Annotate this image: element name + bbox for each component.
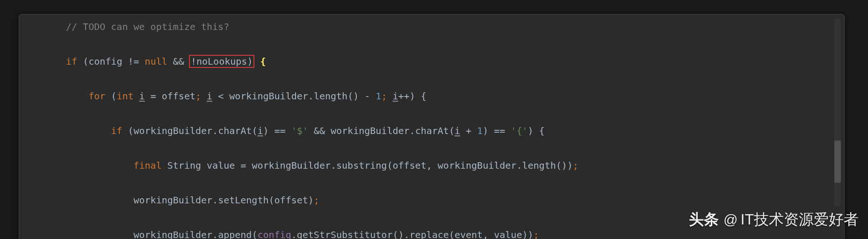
method-charAt: charAt [218,125,252,136]
scrollbar-track[interactable] [834,19,841,206]
watermark-at: @ [723,207,738,233]
watermark-author: IT技术资源爱好者 [741,206,859,233]
var-value: value [207,160,235,171]
type-String: String [167,160,201,171]
var-offset: offset [162,90,195,102]
keyword-int: int [116,90,133,102]
string-dollar: '$' [291,125,308,136]
keyword-null: null [145,56,167,67]
watermark-logo: 头条 [689,206,719,233]
keyword-if: if [111,125,122,136]
method-length: length [314,90,347,102]
var-noLookups: noLookups [196,56,247,67]
var-workingBuilder: workingBuilder [229,90,308,102]
var-event: event [455,229,483,239]
highlight-box: !noLookups) [189,55,254,68]
brace-open: { [254,56,266,67]
var-i: i [139,90,145,102]
keyword-for: for [88,90,105,102]
comment-line: // TODO can we optimize this? [66,21,229,32]
method-substring: substring [336,160,387,171]
method-replace: replace [410,229,449,239]
method-append: append [218,229,252,239]
scrollbar-thumb[interactable] [834,141,841,183]
keyword-final: final [134,160,162,171]
field-config: config [257,229,291,239]
keyword-if: if [66,56,77,67]
method-getStrSubstitutor: getStrSubstitutor [297,229,393,239]
var-config: config [88,56,122,67]
method-setLength: setLength [218,194,268,206]
watermark: 头条 @ IT技术资源爱好者 [689,206,859,233]
string-brace: '{' [511,125,528,136]
